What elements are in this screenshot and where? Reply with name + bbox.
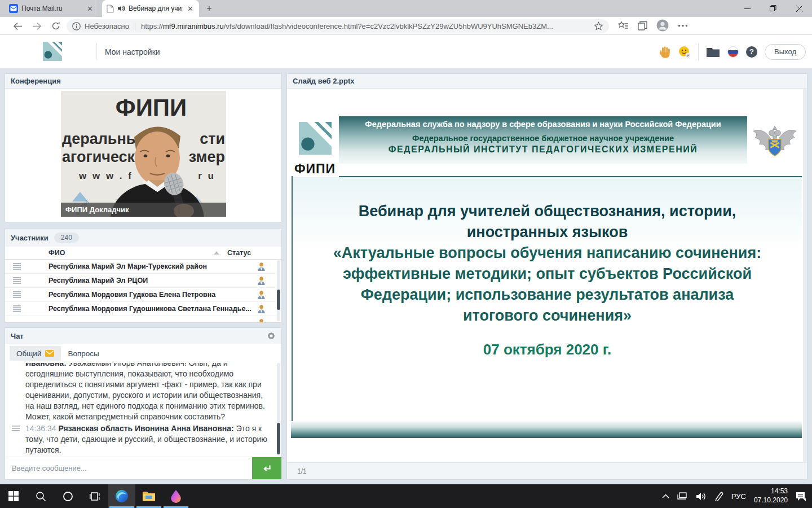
windows-ink-icon[interactable]: [714, 492, 723, 501]
unread-envelope-icon: [45, 350, 54, 357]
chat-messages[interactable]: Ивановна: Уважаемый Игорь Анатольевич! О…: [5, 363, 269, 458]
taskbar-explorer-icon[interactable]: [135, 484, 162, 508]
column-header-fio[interactable]: ФИО: [48, 249, 214, 257]
url-domain: mf9.miranimbus.ru: [163, 22, 224, 30]
profile-avatar-icon[interactable]: [656, 19, 669, 32]
window-minimize-button[interactable]: [734, 0, 760, 17]
slide-title-line: Вебинар для учителей обществознания, ист…: [293, 201, 802, 222]
drag-handle-icon[interactable]: [13, 305, 21, 312]
svg-text:r u: r u: [198, 170, 215, 181]
tab-audio-icon: [117, 5, 125, 12]
slide-viewport: Федеральная служба по надзору в сфере об…: [287, 89, 807, 462]
drag-handle-icon[interactable]: [13, 277, 21, 284]
slide-header-line2: Федеральное государственное бюджетное на…: [339, 129, 747, 143]
table-row-partial[interactable]: [5, 316, 276, 322]
toolbar-icons: [618, 19, 688, 32]
forward-button[interactable]: [29, 19, 44, 33]
browser-tab-bar: Почта Mail.ru ✕ Вебинар для учителей общ…: [0, 0, 812, 17]
divider: [135, 23, 135, 30]
table-row[interactable]: Республика Марий Эл РЦОИ: [5, 274, 276, 288]
participants-rows: Республика Марий Эл Мари-Турекский район…: [5, 260, 276, 322]
language-flag-icon[interactable]: [727, 46, 739, 58]
fipi-logo: [299, 122, 332, 155]
action-center-icon[interactable]: [796, 492, 806, 501]
emoji-icon[interactable]: [678, 46, 691, 58]
conference-panel: Конференция ФИПИ деральный сти агогическ…: [5, 73, 282, 222]
svg-text:змер: змер: [189, 148, 225, 165]
chat-message: 14:36:34 Рязанская область Ивонина Анна …: [25, 423, 269, 456]
taskbar-paint3d-icon[interactable]: [162, 484, 189, 508]
volume-icon[interactable]: [696, 492, 706, 501]
slide-title-line: эффективные методики; опыт субъектов Рос…: [293, 264, 802, 284]
chat-settings-gear-icon[interactable]: [267, 331, 276, 340]
chat-tabs: Общий Вопросы: [10, 346, 106, 361]
participants-scrollbar[interactable]: [277, 260, 280, 321]
security-label: Небезопасно: [85, 22, 129, 30]
send-button[interactable]: [252, 457, 281, 480]
slide-date: 07 октября 2020 г.: [293, 341, 802, 358]
table-row[interactable]: Республика Мордовия Гудкова Елена Петров…: [5, 288, 276, 302]
chat-scrollbar[interactable]: [277, 363, 280, 456]
new-tab-button[interactable]: +: [203, 2, 215, 15]
taskbar-edge-icon[interactable]: [108, 484, 135, 508]
browser-tab-webinar[interactable]: Вебинар для учителей общ ✕: [102, 0, 199, 17]
slide-panel-title: Слайд веб 2.pptx: [287, 74, 807, 89]
drag-handle-icon[interactable]: [12, 426, 20, 431]
chat-tab-questions[interactable]: Вопросы: [61, 346, 105, 361]
mailru-icon: [9, 4, 18, 13]
window-restore-button[interactable]: [760, 0, 786, 17]
drag-handle-icon[interactable]: [13, 263, 21, 270]
drag-handle-icon[interactable]: [13, 291, 21, 298]
chat-title: Чат: [11, 332, 24, 340]
participant-status-icon: [257, 290, 266, 300]
tray-chevron-icon[interactable]: [662, 494, 669, 498]
column-header-status[interactable]: Статус: [227, 249, 281, 257]
video-caption: ФИПИ Докладчик: [61, 203, 226, 217]
chat-tab-general[interactable]: Общий: [10, 346, 61, 361]
help-icon[interactable]: ?: [746, 46, 757, 58]
my-settings-menu[interactable]: Мои настройки: [105, 35, 160, 68]
sort-asc-icon[interactable]: [214, 251, 219, 255]
slide-header-line3: ФЕДЕРАЛЬНЫЙ ИНСТИТУТ ПЕДАГОГИЧЕСКИХ ИЗМЕ…: [339, 143, 747, 155]
raise-hand-icon[interactable]: [659, 46, 671, 58]
address-bar[interactable]: Небезопасно https://mf9.miranimbus.ru/vf…: [67, 19, 609, 33]
network-icon[interactable]: [677, 492, 688, 501]
favorites-bar-icon[interactable]: [618, 21, 629, 30]
message-input[interactable]: [12, 457, 226, 479]
start-button[interactable]: [0, 484, 27, 508]
table-row[interactable]: Республика Марий Эл Мари-Турекский район: [5, 260, 276, 274]
mirapolis-logo: [43, 42, 62, 61]
speaker-video[interactable]: ФИПИ деральный сти агогическ змер w w w …: [61, 91, 226, 217]
tab-close-icon[interactable]: ✕: [186, 5, 195, 13]
chat-panel: Чат Общий Вопросы Ивановна: Уважаемый Иг…: [5, 327, 282, 480]
participant-status-icon: [257, 318, 266, 322]
slide-title-line: итогового сочинения»: [293, 305, 802, 326]
slide-scrollbar[interactable]: [803, 89, 807, 462]
browser-tab-mail[interactable]: Почта Mail.ru ✕: [5, 0, 99, 17]
exit-button[interactable]: Выход: [765, 44, 806, 60]
back-button[interactable]: [10, 19, 25, 33]
bookmark-star-icon[interactable]: [594, 21, 603, 31]
language-indicator[interactable]: РУС: [731, 492, 746, 501]
window-close-button[interactable]: [786, 0, 812, 17]
cortana-icon[interactable]: [54, 484, 81, 508]
files-folder-icon[interactable]: [706, 46, 720, 58]
slide-title-line: «Актуальные вопросы обучения написанию с…: [293, 243, 802, 264]
tab-close-icon[interactable]: ✕: [86, 5, 94, 13]
taskbar-search-icon[interactable]: [27, 484, 54, 508]
system-tray: РУС 14:53 07.10.2020: [662, 484, 812, 508]
taskbar-clock[interactable]: 14:53 07.10.2020: [754, 487, 788, 505]
chat-message: Ивановна: Уважаемый Игорь Анатольевич! О…: [25, 363, 269, 422]
browser-menu-icon[interactable]: [678, 24, 688, 27]
scrollbar-thumb[interactable]: [277, 290, 280, 310]
scrollbar-thumb[interactable]: [277, 423, 280, 454]
url-text: https://mf9.miranimbus.ru/vfs/download/f…: [141, 22, 594, 30]
task-view-icon[interactable]: [81, 484, 108, 508]
svg-text:w w w . f: w w w . f: [78, 170, 133, 181]
emblem-block: [747, 116, 802, 175]
table-row[interactable]: Республика Мордовия Гудошникова Светлана…: [5, 302, 276, 316]
refresh-button[interactable]: [48, 19, 63, 33]
info-icon[interactable]: [72, 22, 81, 30]
conference-panel-title: Конференция: [5, 74, 281, 89]
collections-icon[interactable]: [638, 21, 647, 30]
